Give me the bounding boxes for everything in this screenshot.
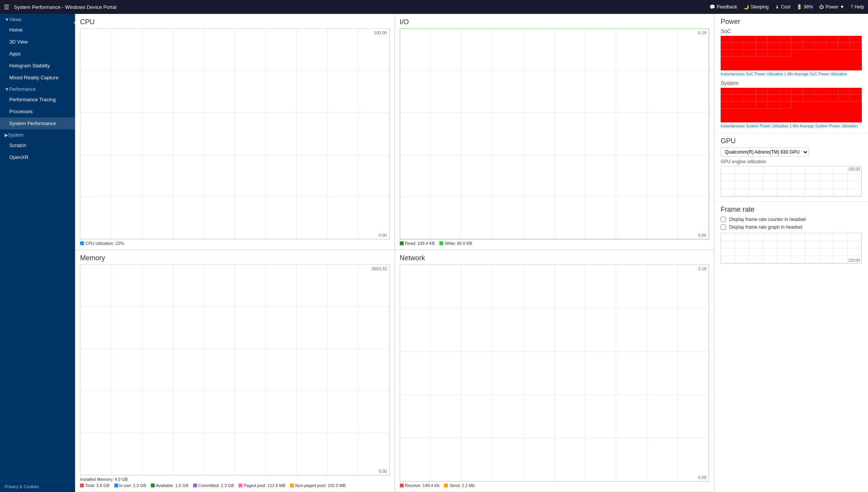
- sleeping-button[interactable]: 🌙 Sleeping: [743, 4, 769, 10]
- soc-chart-grid: [721, 36, 862, 70]
- grid-cell: [777, 189, 791, 197]
- cool-button[interactable]: 🌡 Cool: [775, 4, 791, 10]
- grid-cell: [791, 36, 803, 43]
- grid-cell: [142, 349, 173, 391]
- grid-cell: [204, 349, 235, 391]
- memory-chart-top-value: 3863.32: [372, 266, 387, 271]
- frame-counter-label: Display frame rate counter in headset: [729, 217, 806, 222]
- grid-cell: [721, 50, 733, 57]
- sidebar-section-header-system[interactable]: ▶System: [0, 129, 75, 139]
- grid-cell: [431, 71, 462, 113]
- grid-cell: [850, 95, 862, 102]
- grid-cell: [749, 181, 763, 189]
- grid-cell: [763, 248, 778, 256]
- grid-cell: [400, 113, 431, 155]
- grid-cell: [833, 256, 848, 264]
- io-chart-bottom-value: 0.00: [698, 233, 706, 238]
- grid-cell: [803, 36, 815, 43]
- network-title: Network: [400, 254, 709, 262]
- grid-cell: [585, 155, 616, 197]
- grid-cell: [173, 155, 204, 197]
- sidebar-item-hologram-stability[interactable]: Hologram Stability: [0, 60, 75, 72]
- grid-cell: [266, 433, 297, 475]
- grid-cell: [647, 265, 678, 308]
- system-avg-label[interactable]: 1 Min Average System Power Utilization: [790, 124, 858, 128]
- grid-cell: [616, 265, 647, 308]
- io-chart-grid: [400, 29, 709, 239]
- grid-cell: [400, 155, 431, 197]
- grid-cell: [791, 95, 803, 102]
- grid-cell: [327, 391, 358, 433]
- sidebar-section-header-performance[interactable]: ▼Performance: [0, 84, 75, 94]
- grid-cell: [492, 155, 523, 197]
- sidebar-item-apps[interactable]: Apps: [0, 48, 75, 60]
- sidebar-item-home[interactable]: Home: [0, 24, 75, 36]
- grid-cell: [647, 71, 678, 113]
- grid-cell: [142, 29, 173, 71]
- gpu-engine-chart: 100.00: [721, 166, 862, 197]
- grid-cell: [554, 197, 585, 239]
- mem-paged: Paged pool: 112.6 MB: [239, 483, 285, 488]
- grid-cell: [678, 395, 709, 438]
- soc-avg-label[interactable]: 1 Min Average SoC Power Utilization: [784, 72, 847, 76]
- grid-cell: [763, 166, 778, 174]
- grid-cell: [462, 29, 492, 71]
- io-panel: I/O 0.19 0.00: [395, 14, 714, 250]
- grid-cell: [848, 233, 862, 241]
- grid-cell: [820, 256, 834, 264]
- battery-label: 98%: [804, 4, 813, 10]
- grid-cell: [235, 265, 265, 307]
- cpu-legend-item: CPU utilization: 22%: [80, 241, 124, 246]
- grid-cell: [173, 265, 204, 307]
- sidebar-item-scratch[interactable]: Scratch: [0, 139, 75, 151]
- frame-rate-title: Frame rate: [721, 206, 862, 214]
- sidebar-item-3dview[interactable]: 3D View: [0, 36, 75, 48]
- frame-graph-checkbox[interactable]: [721, 224, 726, 230]
- sidebar-item-openxr[interactable]: OpenXR: [0, 151, 75, 163]
- privacy-cookies-link[interactable]: Privacy & Cookies: [0, 481, 75, 492]
- grid-cell: [400, 197, 431, 239]
- grid-cell: [833, 166, 848, 174]
- grid-cell: [678, 71, 709, 113]
- feedback-label: Feedback: [717, 4, 737, 10]
- sidebar-section-header-views[interactable]: ▼Views: [0, 14, 75, 24]
- grid-cell: [585, 197, 616, 239]
- help-button[interactable]: ? Help: [851, 4, 864, 10]
- power-button[interactable]: ⏻ Power ▼: [819, 4, 844, 10]
- grid-cell: [358, 349, 389, 391]
- grid-cell: [815, 88, 827, 95]
- grid-cell: [80, 113, 111, 155]
- grid-cell: [616, 351, 647, 395]
- grid-cell: [721, 174, 735, 182]
- grid-cell: [204, 197, 235, 239]
- grid-cell: [80, 433, 111, 475]
- feedback-button[interactable]: 💬 Feedback: [709, 4, 737, 10]
- sidebar-toggle[interactable]: ◀: [70, 18, 75, 27]
- grid-cell: [266, 349, 297, 391]
- grid-cell: [744, 102, 756, 109]
- grid-cell: [327, 197, 358, 239]
- frame-counter-checkbox[interactable]: [721, 217, 726, 222]
- network-receive-label: Receive: 149.4 Kb: [405, 483, 440, 488]
- grid-cell: [462, 71, 492, 113]
- grid-cell: [833, 248, 848, 256]
- grid-cell: [721, 43, 733, 50]
- sidebar-item-processes[interactable]: Processes: [0, 105, 75, 117]
- grid-cell: [833, 241, 848, 249]
- grid-cell: [826, 95, 838, 102]
- grid-cell: [492, 113, 523, 155]
- grid-cell: [735, 233, 749, 241]
- network-receive-item: Receive: 149.4 Kb: [400, 483, 440, 488]
- grid-cell: [400, 265, 431, 308]
- network-panel: Network 3.18 0.00: [395, 250, 714, 492]
- menu-icon[interactable]: ☰: [4, 3, 9, 11]
- gpu-select[interactable]: Qualcomm(R) Adreno(TM) 630 GPU: [721, 147, 809, 157]
- sidebar-item-performance-tracing[interactable]: Performance Tracing: [0, 94, 75, 105]
- sleeping-label: Sleeping: [751, 4, 769, 10]
- sidebar-item-system-performance[interactable]: System Performance: [0, 117, 75, 129]
- feedback-icon: 💬: [709, 4, 715, 10]
- network-send-label: Send: 2.2 Mb: [449, 483, 474, 488]
- grid-cell: [805, 174, 820, 182]
- sidebar-item-mixed-reality-capture[interactable]: Mixed Reality Capture: [0, 72, 75, 84]
- cpu-chart-grid: [80, 29, 389, 239]
